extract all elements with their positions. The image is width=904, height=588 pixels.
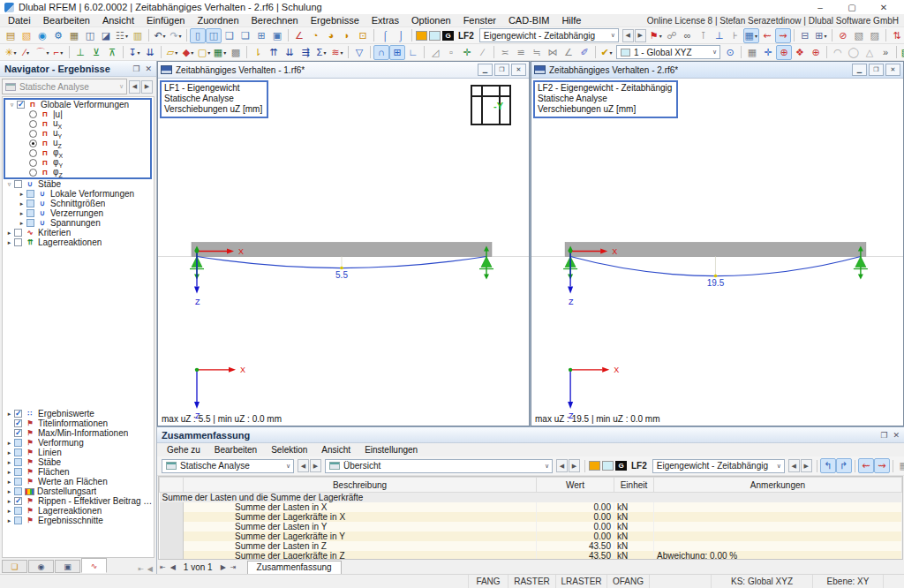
center-axes[interactable]: ✛ [760,45,776,60]
navigator-close-icon[interactable]: ✕ [145,64,152,73]
next-page-icon[interactable]: ▶ [221,563,226,571]
snap-grid[interactable]: ⊞ [389,45,405,60]
save[interactable]: ◫ [82,28,98,43]
checkbox[interactable] [14,478,22,486]
expand-arrow-icon[interactable]: ▸ [17,191,26,198]
tree-item[interactable]: ΠφZ [5,168,150,177]
orbit-view[interactable]: ◯ [846,45,862,60]
mesh-settings[interactable]: ▩ [228,45,244,60]
table-view-combo[interactable]: Übersicht∨ [325,459,553,473]
result-pin[interactable]: ☍ [664,28,680,43]
minimize-button[interactable]: – [804,1,836,14]
window-horizontal-split[interactable]: ❑ [222,28,237,43]
checkbox[interactable] [26,219,34,227]
tab-display[interactable]: ◉ [28,560,54,573]
checkbox[interactable] [14,180,22,188]
viewport-restore-icon[interactable]: ❐ [494,64,509,76]
tree-item[interactable]: ΠφX [5,148,150,158]
tree-item[interactable]: ▿ΠGlobale Verformungen [5,100,150,109]
radio-button[interactable] [29,110,37,118]
tree-item[interactable]: ΠφY [5,158,150,168]
tree-item[interactable]: Π|u| [5,109,150,119]
insert-member-load[interactable]: ⇊ [142,45,158,60]
snap-toggle-lraster[interactable]: LRASTER [556,575,607,588]
insert-nodal-support[interactable]: ⊥ [72,45,88,60]
guideline-y[interactable]: ⌡ [393,28,409,43]
checkbox[interactable] [17,101,25,109]
tree-item[interactable]: ▸Darstellungsart [3,486,154,496]
radio-button[interactable] [29,169,37,177]
expand-arrow-icon[interactable]: ▸ [4,411,14,418]
loads-on-members[interactable]: ⇊ [282,45,298,60]
paste-clipboard[interactable]: ▥ [130,28,146,43]
last-page-icon[interactable]: ⇥ [230,563,237,571]
tab-results[interactable]: ∿ [81,558,107,573]
select-all[interactable]: ◿ [427,45,443,60]
show-result-diagrams[interactable]: ⇜ [858,458,874,473]
checkbox[interactable] [14,449,22,456]
menu-einfügen[interactable]: Einfügen [140,15,191,26]
summary-menu-einstellungen[interactable]: Einstellungen [358,445,425,455]
viewport-2-canvas[interactable]: XZXZ LF2 - Eigengewicht - Zeitabhängig S… [531,79,903,426]
checkbox[interactable] [26,209,34,217]
checkbox[interactable] [14,229,22,237]
tab-panel-control[interactable]: ❏ [2,560,27,573]
expand-arrow-icon[interactable]: ▸ [4,469,14,476]
tree-item[interactable]: ΠuY [5,129,150,139]
tree-item[interactable]: ΠuZ [5,139,150,148]
summary-dock-icon[interactable]: ❐ [880,431,887,440]
load-wizard[interactable]: ◔ [307,28,323,43]
snap-guidelines[interactable]: ∟ [405,45,421,60]
table-row[interactable]: Summe der Lagerkräfte in Z43.50kNAbweich… [160,551,902,560]
window-vertical-split[interactable]: ▯ [190,28,206,43]
calculate[interactable]: Σ▾ [313,45,329,60]
settings-gear[interactable]: ⚙ [50,28,66,43]
expand-arrow-icon[interactable]: ▸ [4,488,14,495]
expand-arrow-icon[interactable]: ▸ [17,210,26,217]
menu-zuordnen[interactable]: Zuordnen [191,15,245,26]
snap-toggle-raster[interactable]: RASTER [508,575,556,588]
show-axes[interactable]: ⊥ [712,28,727,43]
mirror-objects[interactable]: ∕ [475,45,491,60]
checkbox[interactable] [14,468,22,476]
show-numbering[interactable]: ⊦ [727,28,743,43]
expand-arrow-icon[interactable]: ▸ [4,449,14,456]
expand-arrow-icon[interactable]: ▸ [4,440,14,447]
viewport-minimize-icon[interactable]: ▁ [852,64,867,76]
tree-item[interactable]: ▸∪Verzerrungen [3,208,154,218]
summary-close-icon[interactable]: ✕ [893,431,900,440]
undo[interactable]: ↶▾ [152,28,168,43]
radio-button[interactable] [29,139,37,147]
tree-item[interactable]: ▸∷Ergebniswerte [3,409,154,418]
new-solid[interactable]: ◆▾ [180,45,196,60]
divide-member[interactable]: ∠ [561,45,576,60]
menu-datei[interactable]: Datei [2,15,37,26]
select-box[interactable]: ▫ [443,45,459,60]
summary-menu-bearbeiten[interactable]: Bearbeiten [207,445,264,455]
expand-arrow-icon[interactable]: ▿ [7,102,17,109]
window-side-by-side[interactable]: ◫ [206,28,222,43]
expand-arrow-icon[interactable]: ▸ [4,479,14,486]
next-loadcase-button[interactable]: ▶ [141,80,153,94]
connect-members[interactable]: ⋈ [545,45,561,60]
move-copy[interactable]: ✛ [459,45,475,60]
tree-item[interactable]: ▸⚑Flächen [3,467,154,477]
deformation-scale[interactable]: ⊺ [696,28,712,43]
first-page-icon[interactable]: ⇤ [160,563,166,571]
new-surface[interactable]: ▱▾ [164,45,180,60]
checkbox[interactable] [14,497,22,505]
menu-fenster[interactable]: Fenster [457,15,502,26]
checkbox[interactable] [14,458,22,466]
edit-parameters[interactable]: ✐ [576,45,592,60]
tree-item[interactable]: ▸∪Lokale Verformungen [3,189,154,199]
menu-optionen[interactable]: Optionen [405,15,457,26]
checkbox[interactable] [14,429,22,437]
loads-on-nodes[interactable]: ⇈ [266,45,282,60]
snap-toggle-fang[interactable]: FANG [469,575,508,588]
table-row[interactable]: Summe der Lagerkräfte in Y0.00kN [160,531,902,541]
next-arrow-icon[interactable]: ▶ [569,459,580,472]
maximize-button[interactable]: ▢ [836,1,868,14]
view-glasses[interactable]: ∞ [680,28,696,43]
toolbar2-overflow-mid[interactable]: » [878,45,893,60]
tree-item[interactable]: ΠuX [5,119,150,129]
